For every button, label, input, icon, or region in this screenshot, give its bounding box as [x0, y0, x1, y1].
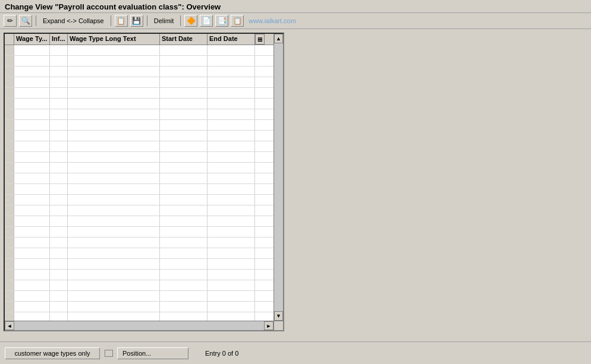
- toolbar-btn3[interactable]: 📑: [215, 15, 228, 27]
- row-selector[interactable]: [5, 67, 14, 77]
- save-button[interactable]: 💾: [130, 15, 143, 27]
- cell-wage-long-text: [68, 152, 160, 162]
- row-selector[interactable]: [5, 227, 14, 237]
- search-button[interactable]: 🔍: [19, 15, 32, 27]
- table-row[interactable]: [5, 259, 283, 270]
- row-selector[interactable]: [5, 45, 14, 55]
- row-selector[interactable]: [5, 184, 14, 194]
- expand-collapse-button[interactable]: Expand <-> Collapse: [40, 16, 107, 26]
- cell-inf: [50, 173, 68, 183]
- table-row[interactable]: [5, 195, 283, 205]
- table-row[interactable]: [5, 88, 283, 99]
- scroll-left-arrow[interactable]: ◄: [5, 321, 14, 330]
- cell-wage-type: [14, 270, 50, 280]
- row-selector[interactable]: [5, 88, 14, 98]
- row-selector[interactable]: [5, 291, 14, 301]
- main-window: Change View "Payroll account evaluation …: [0, 0, 591, 364]
- cell-wage-long-text: [68, 238, 160, 248]
- row-selector[interactable]: [5, 195, 14, 205]
- vertical-scrollbar[interactable]: ▲ ▼: [274, 34, 283, 321]
- cell-end-date: [208, 195, 255, 205]
- table-row[interactable]: [5, 173, 283, 184]
- table-row[interactable]: [5, 152, 283, 163]
- table-row[interactable]: [5, 291, 283, 302]
- scroll-right-arrow[interactable]: ►: [264, 321, 274, 330]
- customer-wage-types-button[interactable]: customer wage types only: [5, 347, 100, 359]
- toolbar-btn4[interactable]: 📋: [231, 15, 244, 27]
- selector-header: [5, 34, 14, 45]
- table-row[interactable]: [5, 205, 283, 216]
- row-selector[interactable]: [5, 280, 14, 290]
- scroll-down-arrow[interactable]: ▼: [274, 311, 283, 321]
- cell-wage-long-text: [68, 280, 160, 290]
- table-row[interactable]: [5, 227, 283, 238]
- cell-inf: [50, 120, 68, 130]
- table-row[interactable]: [5, 184, 283, 195]
- cell-wage-long-text: [68, 248, 160, 258]
- table-row[interactable]: [5, 67, 283, 77]
- table-row[interactable]: [5, 280, 283, 291]
- table-row[interactable]: [5, 238, 283, 248]
- cell-wage-long-text: [68, 270, 160, 280]
- cell-inf: [50, 205, 68, 216]
- table-row[interactable]: [5, 216, 283, 227]
- row-selector[interactable]: [5, 152, 14, 162]
- scroll-track-h[interactable]: [14, 321, 264, 330]
- row-selector[interactable]: [5, 120, 14, 130]
- table-row[interactable]: [5, 248, 283, 259]
- row-selector[interactable]: [5, 248, 14, 258]
- table-row[interactable]: [5, 99, 283, 109]
- cell-inf: [50, 184, 68, 194]
- table-row[interactable]: [5, 56, 283, 67]
- toolbar-btn2[interactable]: 📄: [200, 15, 213, 27]
- pencil-button[interactable]: ✏: [4, 15, 17, 27]
- cell-start-date: [160, 88, 208, 98]
- table-row[interactable]: [5, 131, 283, 141]
- row-selector[interactable]: [5, 77, 14, 87]
- row-selector[interactable]: [5, 270, 14, 280]
- table-row[interactable]: [5, 109, 283, 120]
- search-icon: 🔍: [21, 17, 30, 24]
- row-selector[interactable]: [5, 302, 14, 312]
- row-selector[interactable]: [5, 56, 14, 66]
- row-selector[interactable]: [5, 216, 14, 226]
- table-row[interactable]: [5, 120, 283, 131]
- table-row[interactable]: [5, 45, 283, 56]
- cell-start-date: [160, 141, 208, 151]
- row-selector[interactable]: [5, 163, 14, 173]
- row-selector[interactable]: [5, 259, 14, 269]
- row-selector[interactable]: [5, 238, 14, 248]
- scroll-up-arrow[interactable]: ▲: [274, 34, 283, 43]
- row-selector[interactable]: [5, 109, 14, 119]
- row-selector[interactable]: [5, 99, 14, 109]
- cell-wage-long-text: [68, 77, 160, 87]
- table-row[interactable]: [5, 163, 283, 173]
- row-selector[interactable]: [5, 173, 14, 183]
- corner-icon: ⊞: [257, 36, 262, 43]
- cell-start-date: [160, 131, 208, 141]
- cell-start-date: [160, 77, 208, 87]
- cell-wage-type: [14, 45, 50, 55]
- copy-button[interactable]: 📋: [115, 15, 128, 27]
- delimit-button[interactable]: Delimit: [151, 16, 177, 26]
- cell-start-date: [160, 120, 208, 130]
- row-selector[interactable]: [5, 131, 14, 141]
- col-header-corner[interactable]: ⊞: [255, 34, 265, 45]
- horizontal-scrollbar[interactable]: ◄ ►: [5, 321, 274, 330]
- page-title: Change View "Payroll account evaluation …: [5, 2, 586, 11]
- row-selector[interactable]: [5, 205, 14, 216]
- cell-inf: [50, 67, 68, 77]
- table-row[interactable]: [5, 302, 283, 312]
- table-row[interactable]: [5, 77, 283, 88]
- cell-inf: [50, 45, 68, 55]
- scroll-track-v[interactable]: [274, 43, 283, 311]
- table-row[interactable]: [5, 270, 283, 280]
- table-row[interactable]: [5, 141, 283, 152]
- position-button[interactable]: Position...: [117, 347, 188, 359]
- cell-inf: [50, 131, 68, 141]
- cell-start-date: [160, 152, 208, 162]
- cell-inf: [50, 291, 68, 301]
- cell-wage-type: [14, 248, 50, 258]
- row-selector[interactable]: [5, 141, 14, 151]
- toolbar-btn1[interactable]: 🔶: [184, 15, 197, 27]
